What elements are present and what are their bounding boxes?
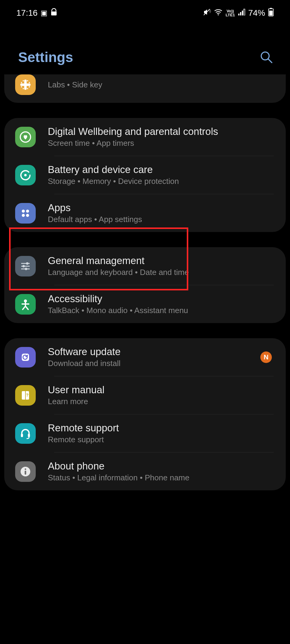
row-title: Battery and device care (48, 164, 275, 175)
network-type-label: Vo)) LTE1 (226, 9, 235, 17)
svg-rect-0 (51, 11, 57, 15)
row-subtitle: Default apps • App settings (48, 215, 275, 224)
svg-point-32 (25, 468, 26, 470)
svg-point-13 (24, 174, 27, 176)
settings-row-remote[interactable]: Remote supportRemote support (4, 414, 286, 452)
svg-point-23 (25, 268, 27, 270)
svg-rect-29 (21, 434, 23, 437)
battery-icon (268, 8, 274, 18)
plus-icon (15, 74, 36, 95)
row-text: Battery and device careStorage • Memory … (48, 164, 275, 186)
book-icon: ? (15, 385, 36, 406)
row-subtitle: Labs • Side key (48, 80, 275, 90)
row-subtitle: Storage • Memory • Device protection (48, 177, 275, 186)
settings-row-about[interactable]: About phoneStatus • Legal information • … (4, 453, 286, 490)
lock-icon (51, 8, 57, 18)
svg-rect-33 (25, 471, 26, 475)
settings-row-apps[interactable]: AppsDefault apps • App settings (4, 194, 286, 232)
signal-icon (238, 9, 245, 17)
status-bar: 17:16 ▣ Vo)) LTE1 74% (0, 0, 290, 22)
row-title: Accessibility (48, 293, 275, 305)
row-text: Remote supportRemote support (48, 422, 275, 444)
settings-group-wellbeing-group: Digital Wellbeing and parental controlsS… (4, 118, 286, 232)
search-icon (260, 51, 273, 64)
info-icon (15, 461, 36, 482)
settings-row-advanced-features[interactable]: Labs • Side key (4, 74, 286, 103)
settings-row-battery[interactable]: Battery and device careStorage • Memory … (4, 156, 286, 194)
svg-point-19 (26, 262, 28, 265)
care-circle-icon (15, 165, 36, 185)
page-title: Settings (18, 49, 73, 65)
sliders-icon (15, 256, 36, 276)
svg-rect-6 (244, 9, 245, 15)
row-text: Digital Wellbeing and parental controlsS… (48, 126, 275, 148)
settings-group-about-group: Software updateDownload and installN?Use… (4, 338, 286, 490)
person-icon (15, 294, 36, 315)
svg-point-21 (22, 265, 25, 267)
row-text: AccessibilityTalkBack • Mono audio • Ass… (48, 293, 275, 315)
row-subtitle: TalkBack • Mono audio • Assistant menu (48, 306, 275, 315)
settings-row-manual[interactable]: ?User manualLearn more (4, 376, 286, 414)
wifi-icon (214, 9, 222, 17)
row-text: Labs • Side key (48, 80, 275, 90)
settings-list: Labs • Side keyDigital Wellbeing and par… (0, 74, 290, 490)
svg-rect-3 (238, 14, 239, 15)
settings-row-general[interactable]: General managementLanguage and keyboard … (4, 247, 286, 285)
status-right: Vo)) LTE1 74% (203, 8, 274, 18)
row-title: Digital Wellbeing and parental controls (48, 126, 275, 137)
notification-badge: N (260, 351, 272, 363)
svg-point-16 (22, 214, 25, 217)
headset-icon (15, 423, 36, 444)
battery-text: 74% (248, 8, 265, 18)
search-button[interactable] (259, 50, 274, 64)
clock-text: 17:16 (16, 8, 38, 18)
svg-line-11 (268, 59, 272, 63)
row-subtitle: Language and keyboard • Date and time (48, 268, 275, 277)
row-title: Apps (48, 202, 275, 214)
svg-rect-30 (28, 434, 30, 437)
svg-point-17 (26, 214, 29, 217)
row-subtitle: Download and install (48, 359, 248, 368)
heart-circle-icon (15, 127, 36, 147)
svg-rect-9 (269, 11, 273, 15)
row-text: About phoneStatus • Legal information • … (48, 460, 275, 482)
svg-point-14 (22, 210, 25, 213)
app-indicator-icon: ▣ (41, 9, 48, 17)
row-subtitle: Learn more (48, 397, 275, 406)
svg-rect-5 (242, 11, 243, 15)
refresh-icon (15, 347, 36, 368)
status-left: 17:16 ▣ (16, 8, 57, 18)
settings-group-advanced: Labs • Side key (4, 74, 286, 103)
svg-point-15 (26, 210, 29, 213)
settings-row-accessibility[interactable]: AccessibilityTalkBack • Mono audio • Ass… (4, 285, 286, 323)
row-title: General management (48, 255, 275, 266)
svg-text:?: ? (26, 393, 29, 397)
row-text: General managementLanguage and keyboard … (48, 255, 275, 277)
svg-rect-4 (240, 12, 241, 15)
row-subtitle: Screen time • App timers (48, 139, 275, 148)
header: Settings (0, 22, 290, 74)
settings-group-general-group: General managementLanguage and keyboard … (4, 247, 286, 323)
svg-point-2 (218, 14, 219, 15)
row-text: AppsDefault apps • App settings (48, 202, 275, 224)
row-subtitle: Remote support (48, 435, 275, 444)
row-text: User manualLearn more (48, 384, 275, 406)
grid-dots-icon (15, 203, 36, 224)
row-title: Software update (48, 346, 248, 358)
settings-row-update[interactable]: Software updateDownload and installN (4, 338, 286, 376)
row-title: About phone (48, 460, 275, 472)
row-title: User manual (48, 384, 275, 396)
row-text: Software updateDownload and install (48, 346, 248, 368)
mute-vibrate-icon (203, 8, 211, 18)
settings-row-wellbeing[interactable]: Digital Wellbeing and parental controlsS… (4, 118, 286, 156)
row-title: Remote support (48, 422, 275, 434)
row-subtitle: Status • Legal information • Phone name (48, 473, 275, 482)
